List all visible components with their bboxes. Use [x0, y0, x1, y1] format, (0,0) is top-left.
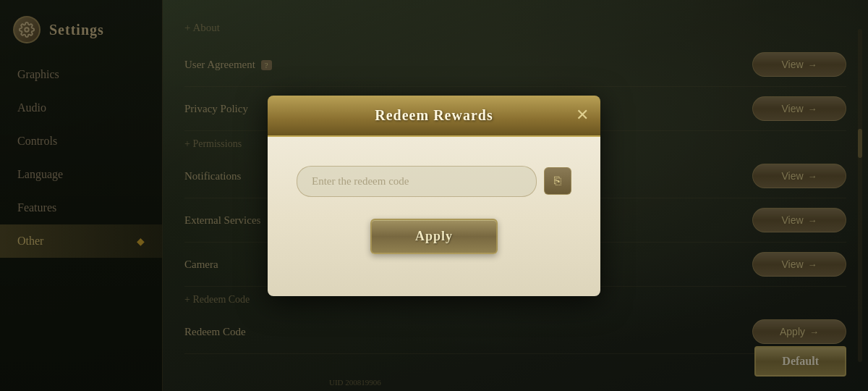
modal-close-button[interactable]: ✕ [576, 107, 589, 123]
modal-apply-button[interactable]: Apply [370, 219, 498, 254]
redeem-modal: Redeem Rewards ✕ ⎘ Apply [268, 96, 600, 296]
paste-button[interactable]: ⎘ [544, 167, 571, 195]
modal-overlay[interactable]: Redeem Rewards ✕ ⎘ Apply [0, 0, 868, 391]
modal-body: ⎘ Apply [268, 137, 600, 296]
paste-icon: ⎘ [554, 175, 561, 188]
redeem-code-input[interactable] [297, 166, 537, 197]
modal-header: Redeem Rewards ✕ [268, 96, 600, 137]
modal-title: Redeem Rewards [375, 107, 493, 123]
redeem-input-wrap: ⎘ [297, 166, 571, 197]
